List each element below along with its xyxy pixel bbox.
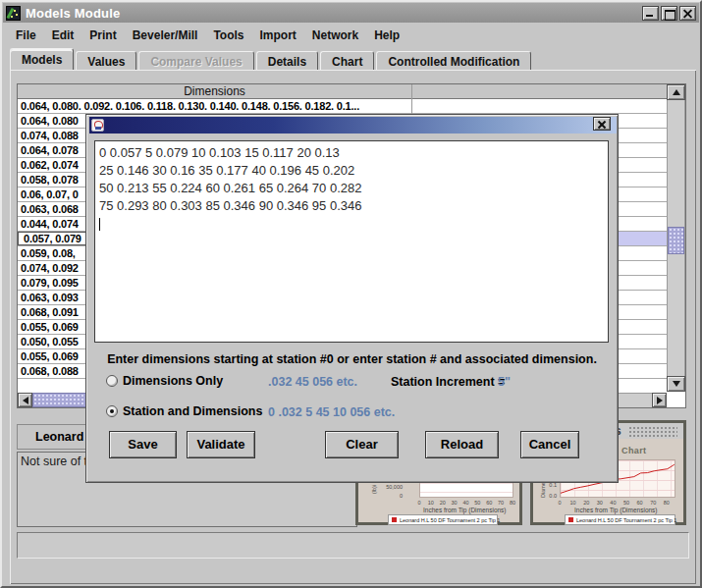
- menu-file[interactable]: File: [8, 27, 44, 44]
- x-tick-label: 60: [637, 500, 643, 506]
- dialog-close-button[interactable]: [593, 117, 611, 131]
- tab-controlled-modification[interactable]: Controlled Modification: [376, 51, 531, 71]
- window-title: Models Module: [26, 6, 121, 21]
- dimensions-input-textarea[interactable]: 0 0.057 5 0.079 10 0.103 15 0.117 20 0.1…: [94, 140, 609, 343]
- chart-legend: Leonard H.L 50 DF Tournament 2 pc Tip 1: [565, 514, 675, 525]
- menu-help[interactable]: Help: [366, 27, 407, 44]
- scroll-right-button[interactable]: [652, 393, 667, 407]
- x-axis-ticks: 01020304050607080: [560, 500, 675, 507]
- menu-import[interactable]: Import: [252, 27, 304, 44]
- x-tick-label: 0: [417, 500, 420, 506]
- station-increment-value: 5": [498, 375, 511, 389]
- x-tick-label: 80: [510, 500, 515, 506]
- x-tick-label: 0: [558, 500, 561, 506]
- vertical-scroll-thumb[interactable]: [668, 227, 684, 254]
- x-axis-ticks: 01020304050607080: [419, 500, 513, 507]
- tab-models[interactable]: Models: [10, 48, 74, 71]
- x-tick-label: 20: [583, 500, 589, 506]
- dialog-instruction: Enter dimensions starting at station #0 …: [86, 352, 618, 366]
- table-row[interactable]: 0.064, 0.080. 0.092. 0.106. 0.118. 0.130…: [18, 99, 667, 114]
- minimize-button[interactable]: [642, 6, 659, 21]
- radio-dimensions-only[interactable]: Dimensions Only: [106, 374, 223, 388]
- chart-legend: Leonard H.L 50 DF Tournament 2 pc Tip 1: [388, 514, 498, 525]
- x-tick-label: 20: [440, 500, 446, 506]
- station-increment-label: Station Increment =: [391, 375, 505, 389]
- menu-beveler-mill[interactable]: Beveler/Mill: [125, 27, 206, 44]
- legend-marker-icon: [568, 517, 573, 522]
- app-window: Models Module File Edit Print Beveler/Mi…: [0, 0, 702, 588]
- tab-details[interactable]: Details: [256, 51, 318, 71]
- y-axis-label: Diame: [540, 482, 546, 498]
- menu-network[interactable]: Network: [304, 27, 366, 44]
- x-tick-label: 30: [452, 500, 458, 506]
- window-titlebar[interactable]: Models Module: [3, 3, 699, 23]
- radio-station-and-dimensions[interactable]: Station and Dimensions: [106, 404, 262, 418]
- dialog-titlebar[interactable]: [89, 117, 617, 134]
- arrow-left-icon: [23, 397, 28, 404]
- titlebar-hatch-texture: [628, 426, 677, 437]
- y-tick-label: 0: [373, 493, 403, 499]
- status-field[interactable]: [17, 532, 689, 559]
- scroll-up-button[interactable]: [667, 84, 685, 100]
- radio-button-icon[interactable]: [106, 375, 118, 387]
- scroll-down-button[interactable]: [667, 376, 685, 392]
- x-tick-label: 80: [664, 500, 670, 506]
- x-tick-label: 50: [623, 500, 629, 506]
- x-tick-label: 70: [498, 500, 504, 506]
- menu-print[interactable]: Print: [81, 27, 124, 44]
- menu-tools[interactable]: Tools: [205, 27, 251, 44]
- x-tick-label: 60: [486, 500, 492, 506]
- y-tick-label: 50,000: [373, 484, 403, 490]
- x-tick-label: 70: [650, 500, 656, 506]
- dimensions-only-hint: .032 45 056 etc.: [268, 375, 357, 389]
- arrow-up-icon: [673, 89, 680, 95]
- station-dimensions-hint: 0 .032 5 45 10 056 etc.: [268, 405, 395, 419]
- clear-button[interactable]: Clear: [325, 431, 399, 458]
- text-caret: [99, 218, 100, 231]
- tab-values[interactable]: Values: [76, 51, 136, 71]
- cancel-button[interactable]: Cancel: [520, 431, 579, 458]
- x-tick-label: 40: [462, 500, 468, 506]
- menu-edit[interactable]: Edit: [44, 27, 82, 44]
- validate-button[interactable]: Validate: [187, 431, 255, 458]
- legend-marker-icon: [392, 517, 397, 522]
- menu-bar: File Edit Print Beveler/Mill Tools Impor…: [4, 25, 702, 46]
- x-tick-label: 10: [570, 500, 576, 506]
- x-tick-label: 50: [474, 500, 480, 506]
- scroll-left-button[interactable]: [18, 393, 32, 407]
- arrow-down-icon: [673, 381, 680, 387]
- column-header-dimensions[interactable]: Dimensions: [18, 84, 411, 99]
- dialog-icon: [91, 119, 104, 132]
- enter-dimensions-dialog: 0 0.057 5 0.079 10 0.103 15 0.117 20 0.1…: [85, 114, 619, 483]
- tab-chart[interactable]: Chart: [320, 51, 374, 71]
- x-tick-label: 10: [428, 500, 434, 506]
- reload-button[interactable]: Reload: [425, 431, 499, 458]
- x-tick-label: 40: [610, 500, 616, 506]
- x-axis-label: Inches from Tip (Dimensions): [574, 507, 658, 513]
- close-button[interactable]: [679, 6, 696, 21]
- y-axis-label: (lb)i: [371, 485, 377, 494]
- table-header-row: Dimensions: [18, 84, 667, 99]
- save-button[interactable]: Save: [109, 431, 177, 458]
- app-icon: [6, 6, 21, 21]
- model-name-label: Leonard: [18, 430, 83, 444]
- tab-bar: Models Values Compare Values Details Cha…: [10, 48, 696, 71]
- maximize-button[interactable]: [661, 6, 677, 21]
- x-axis-label: Inches from Tip (Dimensions): [423, 507, 507, 513]
- arrow-right-icon: [657, 397, 663, 404]
- radio-button-selected-icon[interactable]: [106, 405, 118, 417]
- x-tick-label: 30: [597, 500, 603, 506]
- tab-compare-values: Compare Values: [138, 51, 253, 71]
